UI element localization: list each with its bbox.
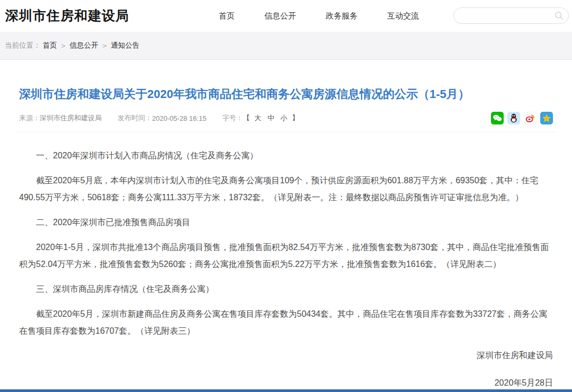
source-value: 深圳市住房和建设局: [40, 113, 102, 123]
site-logo[interactable]: 深圳市住房和建设局: [5, 7, 129, 24]
font-size-control: 【 大 中 小 】: [243, 113, 300, 123]
search-input[interactable]: [461, 12, 552, 20]
font-size-label: 字号：: [222, 113, 243, 123]
section-heading-3: 三、深圳市商品房库存情况（住宅及商务公寓）: [19, 281, 553, 298]
publish-time-label: 发布时间：: [118, 113, 152, 123]
breadcrumb-item-notices[interactable]: 通知公告: [111, 41, 139, 50]
weibo-share-icon[interactable]: [524, 112, 537, 124]
nav-item-info-disclosure[interactable]: 信息公开: [264, 11, 296, 21]
wechat-share-icon[interactable]: [491, 112, 504, 124]
breadcrumb-bar: 当前位置： 首页 > 信息公开 > 通知公告: [0, 32, 572, 60]
article: 深圳市住房和建设局关于2020年我市商品住宅和商务公寓房源信息情况的公示（1-5…: [0, 86, 572, 389]
font-size-bracket: 】: [292, 114, 299, 122]
article-meta: 来源： 深圳市住房和建设局 发布时间： 2020-05-28 16:15 字号：…: [17, 112, 555, 132]
font-size-large-button[interactable]: 大: [254, 114, 262, 122]
breadcrumb-item-home[interactable]: 首页: [43, 41, 57, 50]
font-size-small-button[interactable]: 小: [281, 114, 288, 122]
section-heading-1: 一、2020年深圳市计划入市商品房情况（住宅及商务公寓）: [19, 147, 553, 164]
font-size-bracket: 【: [243, 114, 251, 122]
article-body: 一、2020年深圳市计划入市商品房情况（住宅及商务公寓） 截至2020年5月底，…: [17, 147, 555, 389]
search-icon[interactable]: [555, 11, 564, 20]
breadcrumb-item-info-disclosure[interactable]: 信息公开: [69, 41, 98, 50]
qq-share-icon[interactable]: [507, 112, 520, 124]
search-box: [453, 7, 569, 24]
paragraph-2: 2020年1-5月，深圳市共批准13个商品房项目预售，批准预售面积为82.54万…: [19, 239, 553, 273]
main-nav: 首页 信息公开 政务服务 互动交流: [219, 0, 419, 32]
nav-item-home[interactable]: 首页: [219, 11, 235, 21]
breadcrumb-label: 当前位置：: [5, 41, 41, 50]
source-label: 来源：: [19, 113, 40, 123]
paragraph-1: 截至2020年5月底，本年内深圳市计划入市的住宅及商务公寓项目109个，预计供应…: [19, 172, 553, 206]
signature-org: 深圳市住房和建设局: [19, 349, 553, 362]
page: 深圳市住房和建设局 首页 信息公开 政务服务 互动交流 当前位置： 首页 > 信…: [0, 0, 572, 392]
footer-accent-bar: [0, 389, 572, 392]
font-size-medium-button[interactable]: 中: [267, 114, 275, 122]
publish-time-value: 2020-05-28 16:15: [152, 114, 207, 122]
qzone-share-icon[interactable]: [540, 112, 553, 124]
breadcrumb-separator: >: [102, 42, 106, 50]
breadcrumb-separator: >: [61, 42, 66, 50]
page-title: 深圳市住房和建设局关于2020年我市商品住宅和商务公寓房源信息情况的公示（1-5…: [19, 86, 553, 102]
paragraph-3: 截至2020年5月，深圳市新建商品住房及商务公寓在售项目库存套数为50434套。…: [19, 306, 553, 340]
nav-item-gov-services[interactable]: 政务服务: [326, 11, 358, 21]
section-heading-2: 二、2020年深圳市已批准预售商品房项目: [19, 214, 553, 231]
nav-item-interaction[interactable]: 互动交流: [387, 11, 419, 21]
share-bar: [491, 112, 553, 124]
signature-date: 2020年5月28日: [19, 377, 553, 389]
site-header: 深圳市住房和建设局 首页 信息公开 政务服务 互动交流: [0, 0, 572, 32]
